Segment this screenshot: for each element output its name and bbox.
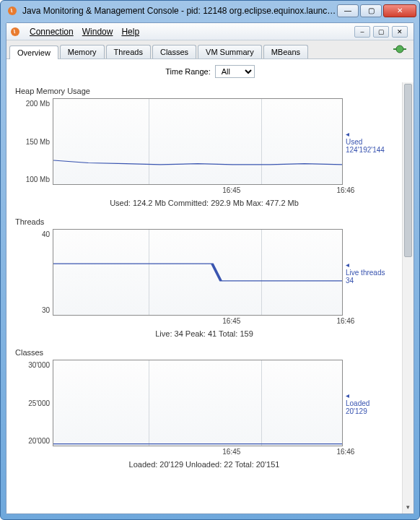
- chevron-left-icon: ◂: [346, 391, 393, 399]
- java-app-icon: [9, 26, 21, 38]
- minimize-button[interactable]: —: [337, 4, 359, 17]
- menubar: Connection Window Help – ▢ ✕: [6, 23, 414, 40]
- threads-series-line: [53, 230, 342, 315]
- iconify-internal-button[interactable]: –: [354, 26, 370, 38]
- chevron-left-icon: ◂: [346, 130, 393, 138]
- x-tick: 16:46: [298, 448, 393, 456]
- threads-plot[interactable]: [53, 229, 343, 316]
- x-tick: 16:45: [165, 186, 298, 194]
- client-area: Connection Window Help – ▢ ✕ Overview Me…: [6, 22, 414, 514]
- tab-overview[interactable]: Overview: [9, 46, 58, 59]
- time-range-select[interactable]: All: [215, 65, 255, 78]
- connection-status-icon: [393, 44, 406, 54]
- menu-help[interactable]: Help: [117, 25, 144, 38]
- panel-classes: Classes 30'000 25'000 20'000: [15, 348, 393, 469]
- window-frame: Java Monitoring & Management Console - p…: [0, 0, 420, 520]
- time-range-label: Time Range:: [165, 67, 211, 76]
- tab-memory[interactable]: Memory: [60, 45, 105, 58]
- heap-plot[interactable]: [53, 98, 343, 185]
- maximize-button[interactable]: ▢: [360, 4, 382, 17]
- x-tick: 16:46: [298, 186, 393, 194]
- svg-point-4: [396, 46, 403, 53]
- chevron-left-icon: ◂: [346, 261, 393, 269]
- scroll-thumb[interactable]: [404, 84, 412, 257]
- scroll-down-icon[interactable]: ▾: [403, 503, 414, 514]
- titlebar[interactable]: Java Monitoring & Management Console - p…: [1, 1, 419, 21]
- panel-threads-title: Threads: [15, 217, 393, 226]
- heap-series-line: [53, 99, 342, 184]
- tab-classes[interactable]: Classes: [152, 45, 196, 58]
- classes-plot[interactable]: [53, 360, 343, 446]
- java-app-icon: [6, 5, 18, 17]
- window-title: Java Monitoring & Management Console - p…: [22, 6, 337, 16]
- threads-stats: Live: 34 Peak: 41 Total: 159: [15, 329, 393, 338]
- x-tick: 16:45: [165, 448, 298, 456]
- menu-connection[interactable]: Connection: [25, 25, 78, 38]
- tab-vm-summary[interactable]: VM Summary: [198, 45, 262, 58]
- classes-y-axis: 30'000 25'000 20'000: [15, 360, 53, 446]
- panel-heap: Heap Memory Usage 200 Mb 150 Mb 100 Mb: [15, 87, 393, 207]
- panel-threads: Threads 40 30: [15, 217, 393, 338]
- panel-classes-title: Classes: [15, 348, 393, 357]
- maximize-internal-button[interactable]: ▢: [373, 26, 389, 38]
- close-button[interactable]: ✕: [383, 4, 416, 17]
- threads-marker: ◂ Live threads 34: [343, 229, 393, 316]
- overview-content: Time Range: All Heap Memory Usage 200 Mb: [6, 59, 414, 514]
- x-tick: 16:46: [298, 317, 393, 325]
- x-tick: 16:45: [165, 317, 298, 325]
- tab-threads[interactable]: Threads: [106, 45, 151, 58]
- tab-mbeans[interactable]: MBeans: [263, 45, 308, 58]
- menu-window[interactable]: Window: [78, 25, 118, 38]
- svg-point-0: [8, 6, 17, 15]
- threads-y-axis: 40 30: [15, 229, 53, 316]
- heap-stats: Used: 124.2 Mb Committed: 292.9 Mb Max: …: [15, 199, 393, 207]
- heap-marker: ◂ Used 124'192'144: [343, 98, 393, 185]
- close-internal-button[interactable]: ✕: [392, 26, 408, 38]
- panel-heap-title: Heap Memory Usage: [15, 87, 393, 95]
- classes-stats: Loaded: 20'129 Unloaded: 22 Total: 20'15…: [15, 460, 393, 469]
- heap-y-axis: 200 Mb 150 Mb 100 Mb: [15, 98, 53, 185]
- svg-point-1: [11, 27, 19, 36]
- classes-series-line: [53, 360, 342, 446]
- tabbar: Overview Memory Threads Classes VM Summa…: [6, 40, 414, 59]
- classes-marker: ◂ Loaded 20'129: [343, 360, 393, 446]
- time-range-row: Time Range: All: [6, 59, 414, 82]
- vertical-scrollbar[interactable]: ▴ ▾: [402, 82, 414, 514]
